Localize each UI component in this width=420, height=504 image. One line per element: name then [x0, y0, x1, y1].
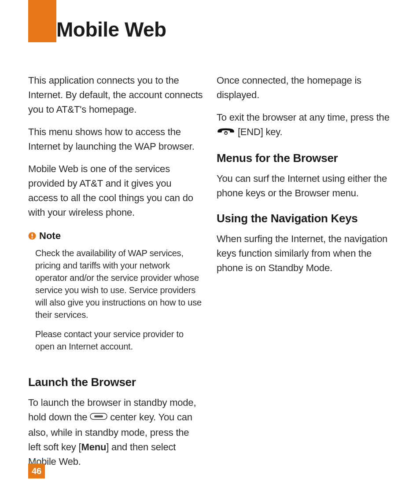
- intro-paragraph-1: This application connects you to the Int…: [28, 73, 203, 117]
- note-icon: [28, 232, 36, 240]
- page-number: 46: [28, 464, 45, 478]
- launch-paragraph: To launch the browser in standby mode, h…: [28, 395, 203, 469]
- left-column: This application connects you to the Int…: [28, 73, 203, 477]
- heading-menus-browser: Menus for the Browser: [217, 151, 392, 165]
- menus-paragraph: You can surf the Internet using either t…: [217, 171, 392, 200]
- exit-paragraph: To exit the browser at any time, press t…: [217, 110, 392, 140]
- note-header: Note: [28, 230, 203, 242]
- heading-launch-browser: Launch the Browser: [28, 375, 203, 389]
- svg-rect-1: [32, 234, 33, 237]
- center-key-icon: [90, 410, 107, 424]
- end-key-icon: [217, 125, 235, 139]
- nav-paragraph: When surfing the Internet, the navigatio…: [217, 232, 392, 275]
- header-tab: [28, 0, 56, 42]
- heading-navigation-keys: Using the Navigation Keys: [217, 212, 392, 225]
- note-label: Note: [39, 230, 61, 242]
- svg-point-2: [31, 237, 33, 239]
- note-paragraph-2: Please contact your service provider to …: [35, 328, 203, 353]
- connected-paragraph: Once connected, the homepage is displaye…: [217, 73, 392, 102]
- right-column: Once connected, the homepage is displaye…: [217, 73, 392, 477]
- note-paragraph-1: Check the availability of WAP services, …: [35, 247, 203, 321]
- intro-paragraph-2: This menu shows how to access the Intern…: [28, 125, 203, 154]
- note-block: Note Check the availability of WAP servi…: [28, 230, 203, 360]
- page-title: Mobile Web: [56, 18, 166, 41]
- svg-rect-4: [94, 415, 103, 417]
- intro-paragraph-3: Mobile Web is one of the services provid…: [28, 162, 203, 220]
- content-columns: This application connects you to the Int…: [28, 73, 392, 477]
